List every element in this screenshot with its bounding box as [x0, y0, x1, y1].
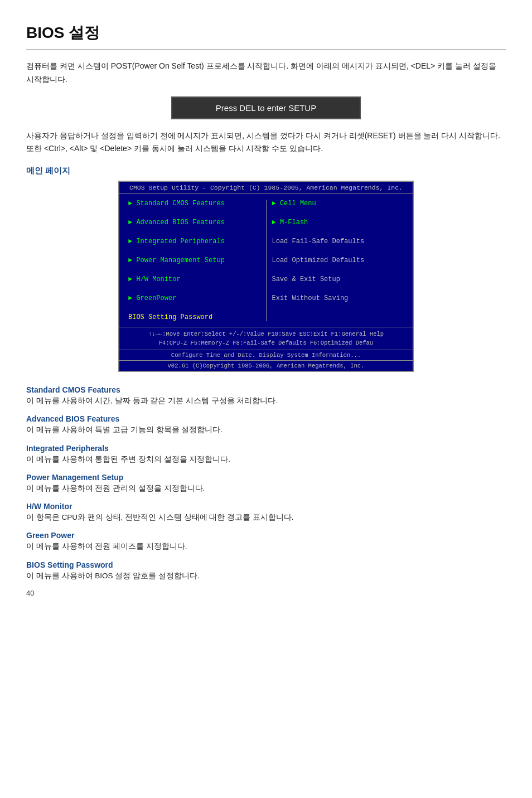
section-title-hwmonitor: H/W Monitor — [26, 502, 506, 511]
bios-title-bar: CMOS Setup Utility - Copyright (C) 1985-… — [119, 182, 413, 194]
bios-item-save-exit[interactable]: Save & Exit Setup — [272, 275, 404, 283]
section-title-advanced: Advanced BIOS Features — [26, 414, 506, 423]
page-number: 40 — [26, 589, 34, 597]
section-title-power: Power Management Setup — [26, 473, 506, 482]
section-desc-password: 이 메뉴를 사용하여 BIOS 설정 암호를 설정합니다. — [26, 570, 506, 582]
intro-paragraph1: 컴퓨터를 켜면 시스템이 POST(Power On Self Test) 프로… — [26, 60, 506, 86]
bios-menu-area: ► Standard CMOS Features ► Advanced BIOS… — [119, 194, 413, 327]
bios-item-hwmonitor[interactable]: ► H/W Monitor — [128, 275, 260, 283]
section-desc-greenpower: 이 메뉴를 사용하여 전원 페이즈를 지정합니다. — [26, 541, 506, 552]
bios-item-integrated[interactable]: ► Integrated Peripherals — [128, 238, 260, 245]
bios-col-divider — [266, 200, 267, 321]
page-title: BIOS 설정 — [26, 22, 506, 43]
section-hwmonitor: H/W Monitor 이 항목은 CPU와 팬의 상태, 전반적인 시스템 상… — [26, 502, 506, 523]
section-integrated: Integrated Peripherals 이 메뉴를 사용하여 통합된 주변… — [26, 444, 506, 465]
bios-item-cell[interactable]: ► Cell Menu — [272, 200, 404, 207]
bios-item-standard[interactable]: ► Standard CMOS Features — [128, 200, 260, 207]
bios-item-advanced[interactable]: ► Advanced BIOS Features — [128, 219, 260, 226]
bios-item-password[interactable]: BIOS Setting Password — [128, 313, 260, 321]
section-advanced: Advanced BIOS Features 이 메뉴를 사용하여 특별 고급 … — [26, 414, 506, 436]
title-divider — [26, 49, 506, 50]
section-desc-power: 이 메뉴를 사용하여 전원 관리의 설정을 지정합니다. — [26, 483, 506, 494]
bios-footer-line1: ↑↓→←:Move Enter:Select +/-/:Value F10:Sa… — [124, 330, 408, 338]
intro-paragraph2: 사용자가 응답하거나 설정을 입력하기 전에 메시지가 표시되면, 시스템을 껐… — [26, 129, 506, 156]
bios-item-optimized[interactable]: Load Optimized Defaults — [272, 257, 404, 264]
section-title-integrated: Integrated Peripherals — [26, 444, 506, 453]
bios-right-col: ► Cell Menu ► M-Flash Load Fail-Safe Def… — [272, 200, 404, 321]
section-greenpower: Green Power 이 메뉴를 사용하여 전원 페이즈를 지정합니다. — [26, 531, 506, 552]
section-power: Power Management Setup 이 메뉴를 사용하여 전원 관리의… — [26, 473, 506, 494]
section-standard: Standard CMOS Features 이 메뉴를 사용하여 시간, 날짜… — [26, 385, 506, 407]
del-box: Press DEL to enter SETUP — [171, 96, 361, 119]
section-desc-advanced: 이 메뉴를 사용하여 특별 고급 기능의 항목을 설정합니다. — [26, 424, 506, 436]
bios-item-mflash[interactable]: ► M-Flash — [272, 219, 404, 226]
section-desc-hwmonitor: 이 항목은 CPU와 팬의 상태, 전반적인 시스템 상태에 대한 경고를 표시… — [26, 512, 506, 523]
bios-status1: Configure Time and Date. Display System … — [119, 350, 413, 360]
page-container: BIOS 설정 컴퓨터를 켜면 시스템이 POST(Power On Self … — [15, 0, 517, 608]
section-title-standard: Standard CMOS Features — [26, 385, 506, 394]
section-title-password: BIOS Setting Password — [26, 560, 506, 569]
main-page-label: 메인 페이지 — [26, 166, 506, 176]
section-title-greenpower: Green Power — [26, 531, 506, 540]
bios-screen: CMOS Setup Utility - Copyright (C) 1985-… — [118, 181, 414, 372]
bios-item-exit-nosave[interactable]: Exit Without Saving — [272, 294, 404, 302]
bios-left-col: ► Standard CMOS Features ► Advanced BIOS… — [128, 200, 260, 321]
section-desc-integrated: 이 메뉴를 사용하여 통합된 주변 장치의 설정을 지정합니다. — [26, 454, 506, 465]
section-desc-standard: 이 메뉴를 사용하여 시간, 날짜 등과 같은 기본 시스템 구성을 처리합니다… — [26, 395, 506, 407]
sections-container: Standard CMOS Features 이 메뉴를 사용하여 시간, 날짜… — [26, 385, 506, 582]
bios-footer1: ↑↓→←:Move Enter:Select +/-/:Value F10:Sa… — [119, 327, 413, 350]
section-password: BIOS Setting Password 이 메뉴를 사용하여 BIOS 설정… — [26, 560, 506, 582]
bios-footer-line2: F4:CPU-Z F5:Memory-Z F8:Fail-Safe Defaul… — [124, 338, 408, 347]
bios-status2: v02.61 (C)Copyright 1985-2006, American … — [119, 360, 413, 371]
bios-item-power[interactable]: ► Power Management Setup — [128, 257, 260, 264]
bios-item-greenpower[interactable]: ► GreenPower — [128, 294, 260, 302]
bios-item-failsafe[interactable]: Load Fail-Safe Defaults — [272, 238, 404, 245]
